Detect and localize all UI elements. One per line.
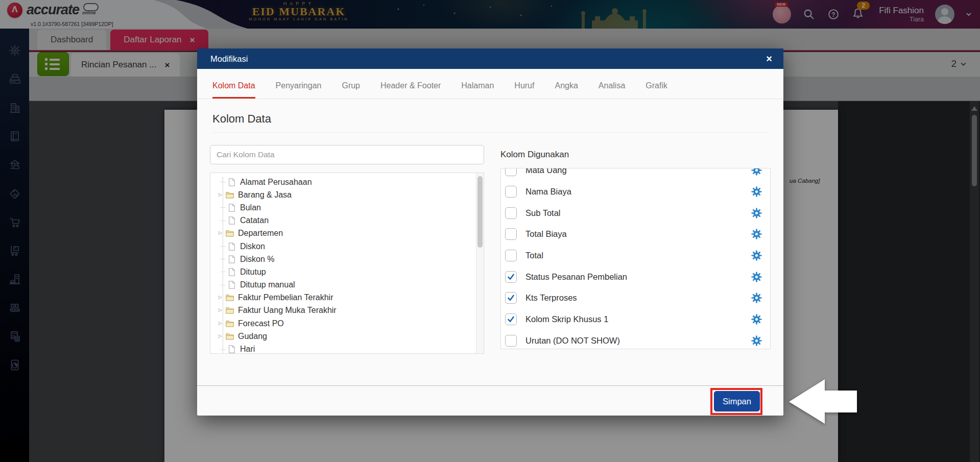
- footer-divider: [197, 385, 783, 386]
- used-column-label: Kts Terproses: [525, 293, 751, 303]
- checkbox[interactable]: [505, 228, 517, 240]
- checkbox[interactable]: [505, 250, 517, 261]
- dialog-tab-penyaringan[interactable]: Penyaringan: [276, 81, 322, 99]
- tree-item[interactable]: ▷ Faktur Pembelian Terakhir: [210, 291, 484, 304]
- tree-item[interactable]: ▷ Faktur Uang Muka Terakhir: [210, 304, 484, 317]
- used-column-label: Kolom Skrip Khusus 1: [525, 314, 751, 324]
- tree-item[interactable]: Bulan: [210, 201, 484, 214]
- gear-icon[interactable]: [751, 293, 762, 303]
- dialog-tab-header-footer[interactable]: Header & Footer: [380, 81, 441, 99]
- tree-item[interactable]: ▷ Gudang: [210, 330, 484, 343]
- used-columns-panel: Mata Uang Nama Biaya Sub Total: [500, 168, 771, 349]
- dialog-tab-angka[interactable]: Angka: [555, 81, 578, 99]
- gear-icon[interactable]: [751, 208, 762, 218]
- gear-icon[interactable]: [751, 314, 762, 325]
- checkbox[interactable]: [505, 186, 517, 198]
- dialog-tab-bar: Kolom Data Penyaringan Grup Header & Foo…: [197, 69, 783, 99]
- used-columns-label: Kolom Digunakan: [500, 145, 771, 160]
- tree-item-label: Forecast PO: [238, 319, 284, 328]
- columns-tree: Alamat Perusahaan ▷ Barang & Jasa Bulan: [210, 173, 484, 354]
- modifikasi-dialog: Modifikasi × Kolom Data Penyaringan Grup…: [197, 48, 783, 416]
- dialog-tab-grup[interactable]: Grup: [342, 81, 360, 99]
- folder-icon: [225, 319, 234, 328]
- tree-item[interactable]: Hari: [210, 343, 484, 354]
- dialog-tab-grafik[interactable]: Grafik: [646, 81, 667, 99]
- page-icon: [227, 255, 236, 264]
- used-column-row[interactable]: Urutan (DO NOT SHOW): [501, 330, 770, 350]
- used-column-label: Total: [525, 251, 751, 260]
- available-columns-panel: Alamat Perusahaan ▷ Barang & Jasa Bulan: [210, 173, 484, 354]
- page-icon: [227, 216, 236, 225]
- gear-icon[interactable]: [751, 335, 762, 346]
- tree-item-label: Barang & Jasa: [238, 190, 292, 200]
- tree-item-label: Gudang: [238, 332, 267, 341]
- gear-icon[interactable]: [751, 229, 762, 239]
- tree-item-label: Departemen: [238, 229, 283, 238]
- tree-item[interactable]: Ditutup: [210, 265, 484, 278]
- page-icon: [227, 280, 236, 289]
- dialog-tab-huruf[interactable]: Huruf: [514, 81, 534, 99]
- tree-item[interactable]: ▷ Forecast PO: [210, 317, 484, 330]
- tree-item[interactable]: ▷ Barang & Jasa: [210, 188, 484, 201]
- dialog-close-icon[interactable]: ×: [766, 54, 772, 64]
- used-column-label: Mata Uang: [525, 168, 751, 175]
- folder-icon: [225, 229, 234, 238]
- folder-icon: [225, 293, 234, 302]
- checkbox-checked[interactable]: [505, 292, 517, 304]
- expand-arrow-icon[interactable]: ▷: [219, 333, 225, 338]
- check-icon: [507, 273, 515, 281]
- expand-arrow-icon[interactable]: ▷: [219, 192, 225, 197]
- page-icon: [227, 242, 236, 251]
- dialog-tab-kolom-data[interactable]: Kolom Data: [212, 81, 255, 99]
- check-icon: [507, 315, 515, 324]
- folder-icon: [225, 332, 234, 341]
- expand-arrow-icon[interactable]: ▷: [219, 307, 225, 312]
- page-icon: [227, 203, 236, 212]
- page-icon: [227, 345, 236, 354]
- used-column-label: Nama Biaya: [525, 187, 751, 197]
- tree-item[interactable]: ▷ Departemen: [210, 227, 484, 240]
- tree-item-label: Catatan: [240, 216, 269, 225]
- check-icon: [507, 294, 515, 302]
- tree-item-label: Bulan: [240, 203, 261, 212]
- expand-arrow-icon[interactable]: ▷: [219, 321, 225, 326]
- used-column-row[interactable]: Nama Biaya: [501, 181, 770, 203]
- used-column-row[interactable]: Kts Terproses: [501, 287, 770, 309]
- used-column-row[interactable]: Total Biaya: [501, 224, 770, 245]
- checkbox-checked[interactable]: [505, 313, 517, 325]
- tree-item[interactable]: Diskon: [210, 240, 484, 253]
- tree-item[interactable]: Alamat Perusahaan: [210, 176, 484, 188]
- used-column-row[interactable]: Total: [501, 245, 770, 266]
- gear-icon[interactable]: [751, 272, 762, 282]
- checkbox[interactable]: [505, 168, 517, 176]
- tree-scrollbar[interactable]: [476, 173, 484, 353]
- dialog-tab-halaman[interactable]: Halaman: [461, 81, 494, 99]
- used-column-label: Urutan (DO NOT SHOW): [525, 336, 751, 346]
- gear-icon[interactable]: [751, 186, 762, 197]
- expand-arrow-icon[interactable]: ▷: [219, 230, 225, 235]
- annotation-arrow-left-icon: [763, 375, 866, 429]
- used-columns-list: Mata Uang Nama Biaya Sub Total: [501, 168, 770, 349]
- tree-item[interactable]: Ditutup manual: [210, 279, 484, 291]
- expand-arrow-icon[interactable]: ▷: [219, 295, 225, 300]
- used-column-row[interactable]: Sub Total: [501, 202, 770, 224]
- used-column-row[interactable]: Kolom Skrip Khusus 1: [501, 309, 770, 330]
- gear-icon[interactable]: [751, 250, 762, 261]
- search-kolom-data-input[interactable]: [210, 145, 484, 164]
- checkbox[interactable]: [505, 207, 517, 219]
- dialog-tab-analisa[interactable]: Analisa: [599, 81, 625, 99]
- checkbox-checked[interactable]: [505, 271, 517, 283]
- tree-item[interactable]: Diskon %: [210, 253, 484, 265]
- folder-icon: [225, 190, 234, 200]
- tree-item[interactable]: Catatan: [210, 214, 484, 227]
- used-column-row[interactable]: Mata Uang: [501, 168, 770, 181]
- checkbox[interactable]: [505, 335, 517, 347]
- tree-item-label: Alamat Perusahaan: [240, 178, 312, 187]
- tree-item-label: Ditutup: [240, 268, 266, 277]
- tree-item-label: Ditutup manual: [240, 280, 295, 289]
- gear-icon[interactable]: [751, 168, 762, 176]
- tree-item-label: Faktur Pembelian Terakhir: [238, 293, 333, 302]
- page-icon: [227, 268, 236, 277]
- tree-scrollbar-thumb[interactable]: [477, 176, 483, 248]
- used-column-row[interactable]: Status Pesanan Pembelian: [501, 266, 770, 287]
